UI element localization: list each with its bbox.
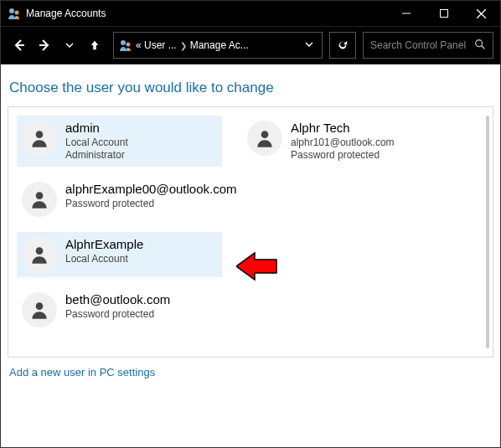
users-icon	[119, 39, 132, 52]
avatar-icon	[22, 292, 57, 327]
account-name: beth@outlook.com	[65, 292, 170, 308]
avatar-icon	[22, 237, 57, 272]
maximize-button[interactable]	[425, 1, 462, 26]
toolbar: « User ... ❯ Manage Ac... Search Control…	[1, 26, 500, 64]
account-name: admin	[65, 121, 128, 136]
svg-point-12	[36, 131, 44, 138]
recent-dropdown[interactable]	[58, 33, 81, 57]
window-title: Manage Accounts	[26, 8, 387, 19]
svg-point-0	[9, 8, 14, 13]
account-text: beth@outlook.com Password protected	[65, 292, 170, 321]
account-text: alphrExample00@outlook.com Password prot…	[65, 182, 237, 210]
window-controls	[387, 1, 500, 26]
search-icon	[474, 39, 486, 53]
account-text: Alphr Tech alphr101@outlook.com Password…	[291, 121, 395, 162]
scrollbar[interactable]	[486, 116, 489, 348]
content-area: Choose the user you would like to change…	[1, 64, 500, 447]
account-list: admin Local Account Administrator Alphr …	[8, 106, 493, 358]
account-line1: alphr101@outlook.com	[291, 136, 395, 149]
spacer	[242, 232, 447, 277]
account-line2: Password protected	[291, 149, 395, 162]
account-line1: Local Account	[65, 136, 128, 149]
minimize-button[interactable]	[387, 1, 425, 26]
svg-point-8	[121, 40, 126, 45]
account-item[interactable]: admin Local Account Administrator	[17, 116, 222, 167]
account-line1: Password protected	[65, 308, 170, 321]
back-button[interactable]	[8, 33, 31, 57]
search-input[interactable]: Search Control Panel	[363, 32, 493, 59]
close-button[interactable]	[462, 1, 500, 26]
refresh-button[interactable]	[329, 32, 356, 59]
avatar-icon	[247, 121, 282, 156]
account-name: AlphrExample	[65, 237, 143, 253]
up-button[interactable]	[83, 33, 106, 57]
address-bar[interactable]: « User ... ❯ Manage Ac...	[113, 32, 323, 59]
chevron-right-icon: ❯	[180, 41, 187, 50]
svg-point-13	[261, 131, 269, 138]
title-bar: Manage Accounts	[1, 1, 500, 26]
account-line1: Password protected	[65, 198, 237, 210]
account-line2: Administrator	[65, 149, 128, 162]
add-new-user-link[interactable]: Add a new user in PC settings	[9, 366, 155, 378]
forward-button[interactable]	[33, 33, 56, 57]
account-item[interactable]: alphrExample00@outlook.com Password prot…	[17, 177, 436, 222]
chevron-down-icon[interactable]	[302, 39, 317, 51]
account-item[interactable]: beth@outlook.com Password protected	[17, 287, 436, 332]
account-text: AlphrExample Local Account	[65, 237, 143, 265]
account-item[interactable]: Alphr Tech alphr101@outlook.com Password…	[242, 116, 447, 167]
svg-point-16	[36, 302, 44, 310]
account-name: Alphr Tech	[291, 121, 395, 136]
breadcrumb-part-1[interactable]: « User ...	[136, 39, 177, 51]
search-placeholder: Search Control Panel	[370, 39, 466, 51]
account-text: admin Local Account Administrator	[65, 121, 128, 162]
account-line1: Local Account	[65, 253, 143, 265]
svg-point-9	[127, 43, 131, 47]
avatar-icon	[22, 121, 57, 156]
users-icon	[8, 7, 21, 20]
account-item[interactable]: AlphrExample Local Account	[17, 232, 222, 277]
account-name: alphrExample00@outlook.com	[65, 182, 237, 198]
avatar-icon	[22, 182, 57, 217]
svg-point-10	[476, 39, 483, 46]
svg-point-15	[36, 247, 44, 255]
svg-point-1	[15, 11, 19, 15]
svg-rect-3	[440, 10, 447, 18]
breadcrumb-part-2[interactable]: Manage Ac...	[190, 39, 249, 51]
svg-point-14	[36, 192, 44, 199]
page-heading: Choose the user you would like to change	[9, 80, 495, 96]
svg-line-11	[482, 45, 485, 49]
